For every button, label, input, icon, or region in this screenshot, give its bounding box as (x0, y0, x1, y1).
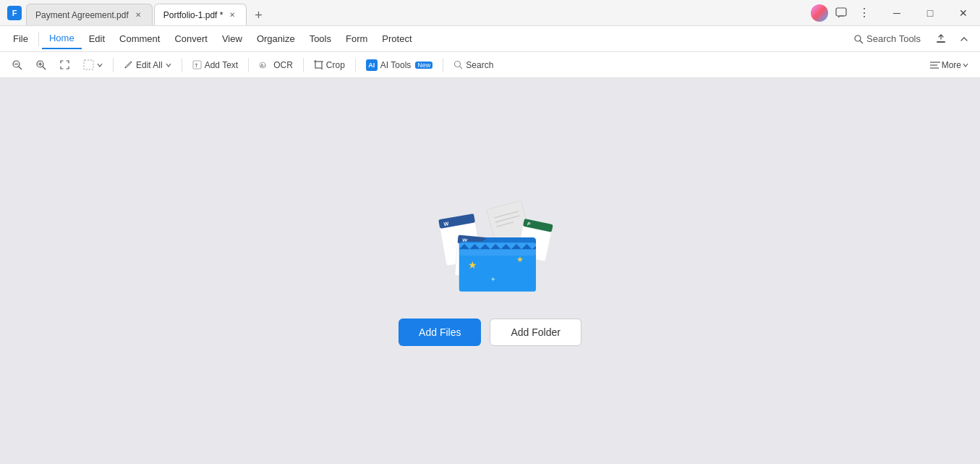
svg-point-22 (455, 62, 461, 67)
close-icon: ✕ (959, 7, 968, 19)
menu-organize[interactable]: Organize (250, 29, 302, 49)
toolbar-divider-2 (182, 58, 182, 72)
title-bar: F Payment Agreement.pdf ✕ Portfolio-1.pd… (0, 0, 980, 26)
crop-label: Crop (326, 60, 345, 70)
maximize-icon: □ (927, 7, 933, 19)
toolbar-divider-5 (355, 58, 356, 72)
close-button[interactable]: ✕ (947, 0, 980, 26)
menu-tools[interactable]: Tools (302, 29, 338, 49)
menu-comment[interactable]: Comment (112, 29, 167, 49)
marquee-icon (59, 59, 70, 70)
svg-rect-0 (836, 8, 846, 16)
edit-icon (124, 60, 133, 69)
tabs-container: Payment Agreement.pdf ✕ Portfolio-1.pdf … (26, 0, 811, 25)
more-icon (930, 61, 940, 69)
minimize-button[interactable]: ─ (880, 0, 913, 26)
crop-icon (314, 60, 323, 69)
menu-protect[interactable]: Protect (375, 29, 419, 49)
zoom-out-button[interactable] (6, 55, 28, 75)
more-label: More (942, 60, 961, 70)
zoom-in-icon (35, 59, 46, 70)
action-buttons: Add Files Add Folder (399, 319, 581, 346)
ai-tools-icon: AI (366, 59, 378, 71)
svg-line-2 (860, 41, 863, 43)
menu-divider (38, 32, 39, 46)
ai-tools-button[interactable]: AI AI Tools New (360, 55, 438, 75)
menu-form[interactable]: Form (338, 29, 375, 49)
select-button[interactable] (77, 55, 108, 75)
svg-text:✦: ✦ (490, 276, 496, 283)
search-button[interactable]: Search (448, 55, 499, 75)
add-folder-button[interactable]: Add Folder (490, 319, 581, 346)
toolbar-divider-3 (248, 58, 249, 72)
svg-text:T: T (195, 62, 198, 69)
svg-text:★: ★ (467, 259, 477, 271)
zoom-out-icon (12, 59, 22, 70)
svg-point-1 (855, 35, 861, 41)
svg-line-23 (460, 67, 463, 69)
ocr-button[interactable]: A I OCR (253, 55, 299, 75)
chat-icon (835, 7, 847, 19)
tab-payment-agreement[interactable]: Payment Agreement.pdf ✕ (26, 4, 153, 25)
tab-close-payment[interactable]: ✕ (133, 10, 143, 20)
menu-home[interactable]: Home (42, 29, 82, 49)
new-tab-button[interactable]: + (248, 5, 268, 25)
search-tools-button[interactable]: Search Tools (846, 30, 928, 47)
svg-text:A: A (260, 63, 264, 68)
maximize-button[interactable]: □ (913, 0, 947, 26)
svg-rect-17 (315, 62, 322, 68)
svg-rect-3 (937, 41, 945, 43)
svg-line-6 (19, 67, 22, 69)
folder-illustration: W P W ★ ★ ✦ (425, 197, 555, 298)
tab-label: Payment Agreement.pdf (35, 10, 129, 20)
more-dropdown-icon (963, 62, 968, 68)
menu-edit[interactable]: Edit (82, 29, 112, 49)
crop-button[interactable]: Crop (308, 55, 351, 75)
menu-view[interactable]: View (215, 29, 250, 49)
upload-button[interactable] (931, 29, 951, 49)
svg-line-10 (43, 67, 46, 69)
dropdown-arrow-icon (97, 62, 103, 68)
minimize-icon: ─ (893, 7, 900, 19)
app-logo: F (7, 6, 22, 20)
ocr-label: OCR (273, 60, 293, 70)
more-button[interactable]: More (924, 55, 974, 75)
search-tools-icon (853, 34, 864, 44)
app-icon: F (3, 0, 26, 26)
add-text-button[interactable]: T Add Text (187, 55, 244, 75)
ai-tools-badge: New (415, 62, 433, 69)
more-options-button[interactable]: ⋮ (854, 3, 874, 23)
toolbar-divider-6 (443, 58, 443, 72)
search-label: Search (466, 60, 493, 70)
add-files-button[interactable]: Add Files (399, 319, 481, 346)
menu-convert[interactable]: Convert (167, 29, 215, 49)
menubar-tools: Search Tools (846, 29, 974, 49)
marquee-zoom-button[interactable] (54, 55, 76, 75)
titlebar-actions: ⋮ (811, 3, 874, 23)
collapse-button[interactable] (954, 29, 974, 49)
edit-all-label: Edit All (136, 60, 163, 70)
svg-text:I: I (265, 64, 266, 68)
svg-text:★: ★ (516, 255, 524, 263)
add-text-icon: T (192, 60, 202, 69)
main-content: W P W ★ ★ ✦ Add Files Add Folder (0, 78, 980, 464)
upload-icon (935, 33, 947, 45)
more-dots-icon: ⋮ (858, 6, 870, 20)
edit-all-button[interactable]: Edit All (118, 55, 177, 75)
ocr-icon: A I (259, 60, 270, 69)
chat-icon-button[interactable] (831, 3, 851, 23)
add-text-label: Add Text (205, 60, 238, 70)
zoom-in-button[interactable] (30, 55, 52, 75)
select-icon (83, 59, 94, 70)
toolbar-divider-4 (303, 58, 304, 72)
user-avatar[interactable] (811, 4, 828, 22)
chevron-up-icon (959, 34, 969, 44)
menu-file[interactable]: File (6, 29, 35, 49)
svg-rect-11 (84, 60, 93, 69)
search-icon (453, 60, 463, 69)
tab-close-portfolio[interactable]: ✕ (227, 10, 237, 20)
tab-portfolio[interactable]: Portfolio-1.pdf * ✕ (154, 4, 247, 25)
toolbar-divider-1 (113, 58, 114, 72)
menu-bar: File Home Edit Comment Convert View Orga… (0, 26, 980, 52)
toolbar: Edit All T Add Text A I OCR Crop (0, 52, 980, 78)
